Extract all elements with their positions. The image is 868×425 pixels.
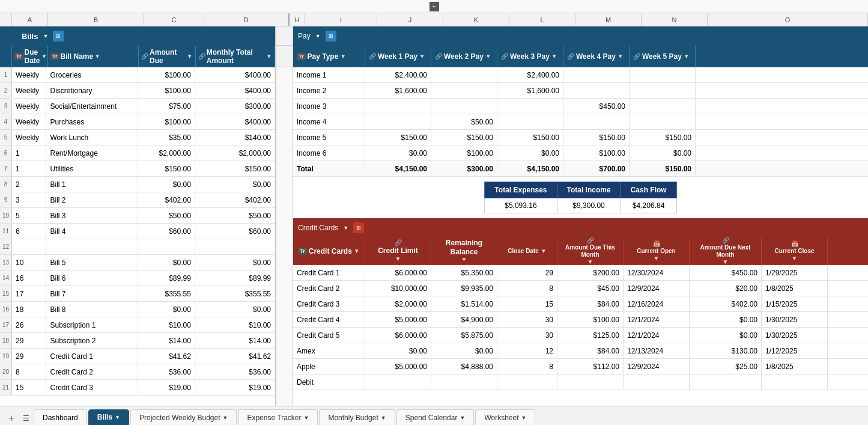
monthly-total-dropdown[interactable]: ▼ [266,53,272,60]
cc-cell-limit[interactable]: $5,000.00 [365,312,431,327]
tab-dashboard[interactable]: Dashboard [34,409,87,425]
cc-cell-remaining[interactable]: $9,935.00 [431,281,497,296]
cc-cell-limit[interactable]: $2,000.00 [365,296,431,311]
pay-row[interactable]: Income 6 $0.00 $100.00 $0.00 $100.00 $0.… [293,145,868,161]
cc-cell-amt-due[interactable]: $84.00 [557,296,624,311]
cc-cell-limit[interactable]: $5,000.00 [365,359,431,374]
bills-row[interactable]: 8 2 Bill 1 $0.00 $0.00 [0,177,275,192]
pay-cell-week1[interactable]: $150.00 [365,130,431,145]
pay-cell-week2[interactable]: $100.00 [431,145,497,161]
cc-cell-limit[interactable]: $0.00 [365,343,431,358]
pay-cell-week4[interactable]: $450.00 [563,99,630,114]
bills-row[interactable]: 2 Weekly Discretionary $100.00 $400.00 [0,83,275,99]
cc-cell-name[interactable]: Credit Card 5 [293,328,365,343]
cc-cell-amt-due[interactable] [557,375,624,390]
bills-cell-amount-due[interactable] [138,239,195,254]
bills-row[interactable]: 21 15 Credit Card 3 $19.00 $19.00 [0,380,275,396]
bills-dropdown-arrow[interactable]: ▼ [43,33,48,39]
cc-row[interactable]: Credit Card 3 $2,000.00 $1,514.00 15 $84… [293,296,868,312]
cc-cell-current-open[interactable]: 12/9/2024 [624,281,690,296]
bills-cell-amount-due[interactable]: $14.00 [138,333,195,348]
cc-cell-amt-next[interactable]: $0.00 [690,312,762,327]
cc-cell-current-close[interactable]: 1/29/2025 [762,265,828,280]
bills-cell-monthly-total[interactable]: $150.00 [195,161,275,176]
cc-row[interactable]: Apple $5,000.00 $4,888.00 8 $112.00 12/9… [293,359,868,375]
bills-cell-due-date[interactable]: 26 [12,317,46,332]
bills-cell-monthly-total[interactable]: $300.00 [195,99,275,114]
amount-due-dropdown[interactable]: ▼ [187,53,193,60]
pay-cell-week1[interactable]: $0.00 [365,145,431,161]
cc-row[interactable]: Credit Card 1 $6,000.00 $5,350.00 29 $20… [293,265,868,281]
bills-row[interactable]: 7 1 Utilities $150.00 $150.00 [0,161,275,177]
pay-cell-week5[interactable]: $150.00 [630,130,696,145]
pay-cell-week5[interactable] [630,114,696,129]
bills-row[interactable]: 20 8 Credit Card 2 $36.00 $36.00 [0,364,275,380]
cc-cell-close-date[interactable]: 30 [497,328,557,343]
pay-cell-week2[interactable]: $150.00 [431,130,497,145]
cc-cell-amt-next[interactable]: $0.00 [690,328,762,343]
week2-dropdown[interactable]: ▼ [485,53,491,60]
bills-cell-due-date[interactable]: Weekly [12,114,46,129]
bills-cell-due-date[interactable]: 29 [12,349,46,364]
bills-row[interactable]: 10 5 Bill 3 $50.00 $50.00 [0,208,275,224]
pay-cell-week2[interactable] [431,83,497,98]
pay-cell-week3[interactable]: $150.00 [497,130,563,145]
pay-cell-type[interactable]: Income 6 [293,145,365,161]
tab-projected-weekly-budget[interactable]: Projected Weekly Budget ▼ [130,409,237,425]
bills-cell-due-date[interactable]: 8 [12,364,46,379]
pay-cell-week4[interactable]: $700.00 [563,161,630,176]
bills-row[interactable]: 6 1 Rent/Mortgage $2,000.00 $2,000.00 [0,145,275,161]
bills-cell-due-date[interactable]: 3 [12,192,46,207]
bills-cell-due-date[interactable]: 2 [12,177,46,192]
tab-worksheet[interactable]: Worksheet ▼ [475,409,535,425]
bills-cell-amount-due[interactable]: $100.00 [138,114,195,129]
pay-cell-week1[interactable]: $1,600.00 [365,83,431,98]
bills-cell-amount-due[interactable]: $35.00 [138,130,195,145]
bills-cell-bill-name[interactable]: Bill 3 [46,208,138,223]
bills-cell-monthly-total[interactable]: $0.00 [195,177,275,192]
pay-cell-week3[interactable] [497,99,563,114]
bills-cell-amount-due[interactable]: $0.00 [138,177,195,192]
bills-cell-bill-name[interactable]: Subscription 1 [46,317,138,332]
bills-row[interactable]: 12 [0,239,275,255]
pay-cell-week3[interactable]: $2,400.00 [497,67,563,82]
cc-cell-close-date[interactable] [497,375,557,390]
bills-cell-amount-due[interactable]: $36.00 [138,364,195,379]
add-sheet-button[interactable]: + [5,412,18,425]
cc-cell-limit[interactable]: $6,000.00 [365,328,431,343]
cc-cell-remaining[interactable]: $5,350.00 [431,265,497,280]
bills-row[interactable]: 15 17 Bill 7 $355.55 $355.55 [0,286,275,302]
cc-cell-close-date[interactable]: 29 [497,265,557,280]
bills-cell-monthly-total[interactable]: $36.00 [195,364,275,379]
bills-cell-amount-due[interactable]: $89.99 [138,271,195,286]
sheet-menu-button[interactable]: ☰ [19,412,32,425]
cc-cell-name[interactable]: Credit Card 1 [293,265,365,280]
pay-cell-week5[interactable] [630,67,696,82]
pay-cell-type[interactable]: Income 2 [293,83,365,98]
pay-cell-week4[interactable] [563,67,630,82]
pay-cell-type[interactable]: Income 5 [293,130,365,145]
bills-cell-monthly-total[interactable]: $400.00 [195,83,275,98]
cc-cell-name[interactable]: Apple [293,359,365,374]
bills-cell-due-date[interactable]: Weekly [12,67,46,82]
cc-cell-current-close[interactable] [762,375,828,390]
cc-cell-name[interactable]: Credit Card 4 [293,312,365,327]
bills-cell-bill-name[interactable]: Purchases [46,114,138,129]
cc-cell-close-date[interactable]: 15 [497,296,557,311]
week1-dropdown[interactable]: ▼ [419,53,425,60]
bills-cell-amount-due[interactable]: $2,000.00 [138,145,195,161]
pay-row[interactable]: Income 5 $150.00 $150.00 $150.00 $150.00… [293,130,868,145]
bills-cell-monthly-total[interactable]: $400.00 [195,114,275,129]
pay-cell-week1[interactable] [365,114,431,129]
bills-cell-monthly-total[interactable]: $50.00 [195,208,275,223]
cc-cell-current-open[interactable] [624,375,690,390]
cc-cell-limit[interactable] [365,375,431,390]
bills-cell-bill-name[interactable]: Bill 7 [46,286,138,301]
bills-cell-bill-name[interactable]: Bill 1 [46,177,138,192]
bills-cell-bill-name[interactable]: Social/Entertainment [46,99,138,114]
bills-cell-due-date[interactable]: 10 [12,255,46,270]
bills-cell-bill-name[interactable]: Work Lunch [46,130,138,145]
bills-cell-bill-name[interactable]: Rent/Mortgage [46,145,138,161]
bills-cell-amount-due[interactable]: $60.00 [138,224,195,239]
bills-cell-monthly-total[interactable]: $140.00 [195,130,275,145]
